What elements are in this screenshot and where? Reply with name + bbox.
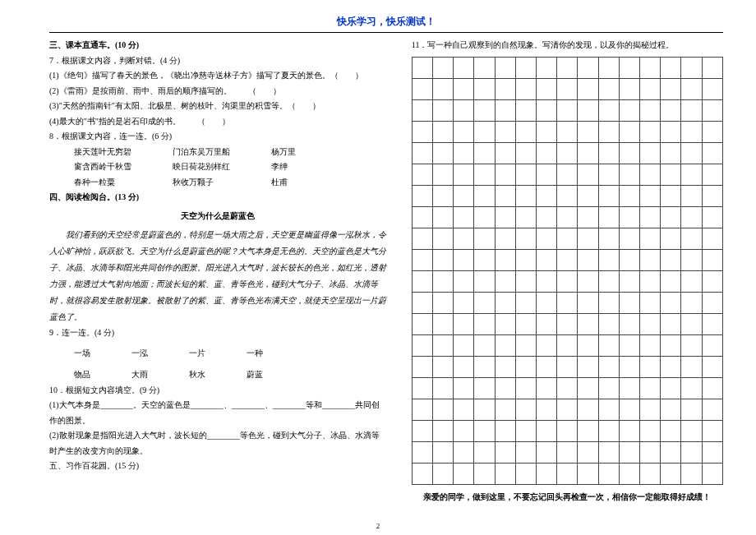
grid-cell[interactable]	[537, 292, 557, 313]
grid-cell[interactable]	[412, 99, 432, 121]
grid-cell[interactable]	[474, 399, 495, 420]
grid-cell[interactable]	[557, 334, 578, 356]
grid-cell[interactable]	[515, 206, 536, 228]
grid-cell[interactable]	[515, 121, 536, 142]
grid-cell[interactable]	[640, 292, 661, 313]
grid-cell[interactable]	[474, 313, 495, 334]
grid-cell[interactable]	[495, 228, 515, 249]
grid-cell[interactable]	[412, 334, 432, 356]
grid-cell[interactable]	[433, 57, 454, 78]
grid-cell[interactable]	[681, 463, 702, 484]
grid-cell[interactable]	[412, 292, 432, 313]
grid-cell[interactable]	[495, 313, 515, 334]
grid-cell[interactable]	[702, 356, 722, 377]
grid-cell[interactable]	[433, 441, 454, 463]
grid-cell[interactable]	[515, 399, 536, 420]
grid-cell[interactable]	[454, 249, 474, 270]
grid-cell[interactable]	[598, 356, 619, 377]
grid-cell[interactable]	[578, 185, 598, 206]
grid-cell[interactable]	[412, 164, 432, 185]
grid-cell[interactable]	[578, 463, 598, 484]
grid-cell[interactable]	[557, 142, 578, 164]
grid-cell[interactable]	[598, 121, 619, 142]
grid-cell[interactable]	[495, 441, 515, 463]
grid-cell[interactable]	[412, 270, 432, 292]
grid-cell[interactable]	[474, 356, 495, 377]
grid-cell[interactable]	[537, 121, 557, 142]
grid-cell[interactable]	[640, 270, 661, 292]
grid-cell[interactable]	[433, 142, 454, 164]
grid-cell[interactable]	[681, 206, 702, 228]
grid-cell[interactable]	[412, 377, 432, 399]
grid-cell[interactable]	[702, 185, 722, 206]
grid-cell[interactable]	[537, 249, 557, 270]
grid-cell[interactable]	[495, 57, 515, 78]
grid-cell[interactable]	[702, 292, 722, 313]
grid-cell[interactable]	[598, 270, 619, 292]
grid-cell[interactable]	[537, 441, 557, 463]
grid-cell[interactable]	[640, 334, 661, 356]
grid-cell[interactable]	[578, 313, 598, 334]
grid-cell[interactable]	[433, 463, 454, 484]
grid-cell[interactable]	[433, 185, 454, 206]
grid-cell[interactable]	[681, 292, 702, 313]
grid-cell[interactable]	[474, 249, 495, 270]
grid-cell[interactable]	[495, 377, 515, 399]
grid-cell[interactable]	[495, 249, 515, 270]
grid-cell[interactable]	[640, 164, 661, 185]
grid-cell[interactable]	[412, 206, 432, 228]
grid-cell[interactable]	[578, 164, 598, 185]
grid-cell[interactable]	[702, 377, 722, 399]
grid-cell[interactable]	[433, 249, 454, 270]
grid-cell[interactable]	[537, 420, 557, 441]
grid-cell[interactable]	[515, 334, 536, 356]
grid-cell[interactable]	[578, 57, 598, 78]
grid-cell[interactable]	[578, 99, 598, 121]
grid-cell[interactable]	[557, 292, 578, 313]
grid-cell[interactable]	[515, 249, 536, 270]
grid-cell[interactable]	[454, 121, 474, 142]
grid-cell[interactable]	[619, 399, 639, 420]
grid-cell[interactable]	[578, 356, 598, 377]
grid-cell[interactable]	[474, 206, 495, 228]
grid-cell[interactable]	[454, 463, 474, 484]
grid-cell[interactable]	[495, 292, 515, 313]
grid-cell[interactable]	[702, 270, 722, 292]
grid-cell[interactable]	[454, 57, 474, 78]
grid-cell[interactable]	[578, 420, 598, 441]
grid-cell[interactable]	[640, 377, 661, 399]
grid-cell[interactable]	[619, 292, 639, 313]
grid-cell[interactable]	[702, 142, 722, 164]
grid-cell[interactable]	[702, 313, 722, 334]
grid-cell[interactable]	[515, 78, 536, 99]
grid-cell[interactable]	[474, 121, 495, 142]
grid-cell[interactable]	[454, 334, 474, 356]
grid-cell[interactable]	[474, 377, 495, 399]
grid-cell[interactable]	[578, 292, 598, 313]
grid-cell[interactable]	[640, 57, 661, 78]
grid-cell[interactable]	[474, 441, 495, 463]
grid-cell[interactable]	[515, 463, 536, 484]
grid-cell[interactable]	[557, 228, 578, 249]
grid-cell[interactable]	[433, 99, 454, 121]
grid-cell[interactable]	[598, 334, 619, 356]
grid-cell[interactable]	[537, 399, 557, 420]
grid-cell[interactable]	[557, 206, 578, 228]
grid-cell[interactable]	[598, 185, 619, 206]
grid-cell[interactable]	[661, 99, 681, 121]
grid-cell[interactable]	[702, 334, 722, 356]
grid-cell[interactable]	[578, 399, 598, 420]
grid-cell[interactable]	[619, 356, 639, 377]
grid-cell[interactable]	[515, 292, 536, 313]
grid-cell[interactable]	[557, 420, 578, 441]
grid-cell[interactable]	[598, 377, 619, 399]
grid-cell[interactable]	[578, 228, 598, 249]
grid-cell[interactable]	[454, 399, 474, 420]
grid-cell[interactable]	[433, 270, 454, 292]
grid-cell[interactable]	[515, 57, 536, 78]
grid-cell[interactable]	[640, 228, 661, 249]
grid-cell[interactable]	[515, 99, 536, 121]
grid-cell[interactable]	[515, 164, 536, 185]
grid-cell[interactable]	[495, 463, 515, 484]
grid-cell[interactable]	[619, 142, 639, 164]
